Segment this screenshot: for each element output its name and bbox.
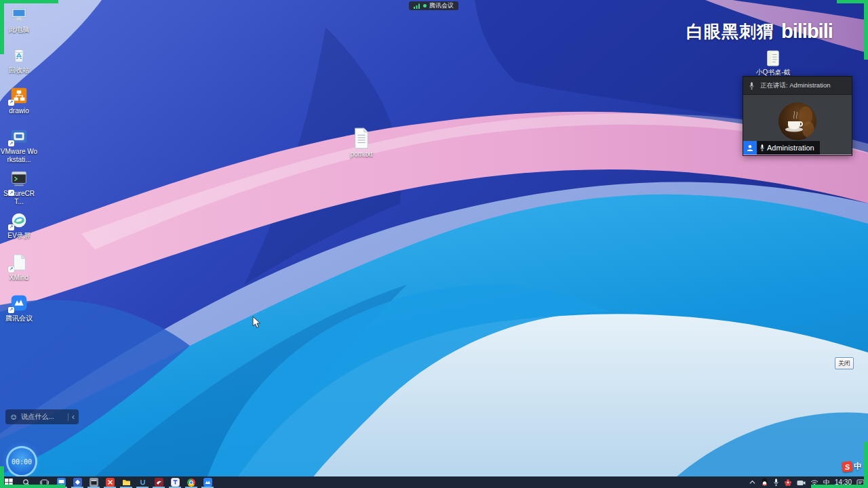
icon-label: 回收站 xyxy=(9,66,29,75)
folder-icon xyxy=(122,478,131,487)
mouse-cursor xyxy=(252,316,262,329)
bilibili-logo: bilibili xyxy=(781,20,833,43)
icon-label: 腾讯会议 xyxy=(5,314,33,323)
icon-label: EV录屏 xyxy=(7,232,30,240)
speaking-label: 正在讲话: Administration xyxy=(760,81,830,90)
desktop-icon-xmind[interactable]: ↗ XMind xyxy=(0,252,38,282)
record-border-top-left-h xyxy=(0,0,58,3)
danmaku-placeholder[interactable]: 说点什么... xyxy=(21,412,54,422)
chrome-icon xyxy=(187,479,195,487)
uploader-name: 白眼黑刺猬 xyxy=(686,20,774,43)
recycle-bin-icon xyxy=(9,45,29,65)
chevron-up-icon[interactable] xyxy=(749,479,756,485)
taskbar-app-vmware[interactable] xyxy=(69,476,85,488)
xmind-icon xyxy=(106,478,115,487)
ime-mode-label[interactable]: 中 xyxy=(854,461,862,472)
emoji-icon[interactable]: ☺ xyxy=(9,413,18,421)
danmaku-input-bar[interactable]: ☺ 说点什么... ‹ xyxy=(5,409,79,424)
text-file-icon xyxy=(353,127,370,149)
record-border-bottom-right-v xyxy=(864,442,868,488)
sogou-ime-indicator[interactable]: S 中 xyxy=(842,461,862,472)
collapse-chevron-icon[interactable]: ‹ xyxy=(72,413,75,422)
u-app-icon xyxy=(138,478,147,487)
desktop-icon-ev-capture[interactable]: ↗ EV录屏 xyxy=(0,210,38,240)
participant-video-tile[interactable]: Administration xyxy=(743,95,852,155)
qq-icon[interactable] xyxy=(761,478,768,487)
this-pc-icon xyxy=(9,4,29,24)
microphone-icon xyxy=(749,81,755,90)
recording-dot-icon xyxy=(423,4,427,7)
file-label: pom.txt xyxy=(351,150,373,159)
taskbar-app-typora[interactable] xyxy=(167,476,183,488)
record-border-top-right-v xyxy=(864,0,868,60)
timer-value: 00:00 xyxy=(12,458,32,466)
sogou-logo-icon[interactable]: S xyxy=(842,461,852,472)
shortcut-arrow-icon: ↗ xyxy=(8,307,14,313)
meeting-pill-label: 腾讯会议 xyxy=(429,1,454,10)
taskbar-app-tencent-meeting[interactable] xyxy=(199,476,216,488)
person-icon xyxy=(745,143,755,152)
desktop-file-pom-txt[interactable]: pom.txt xyxy=(342,127,380,159)
signal-bars-icon xyxy=(414,3,420,9)
taskbar-app-xmind[interactable] xyxy=(102,476,118,488)
divider xyxy=(68,413,68,421)
notepad-icon xyxy=(766,49,781,67)
icon-label: XMind xyxy=(9,274,28,282)
bilibili-watermark: 白眼黑刺猬 bilibili xyxy=(686,20,833,43)
participant-nameplate: Administration xyxy=(743,141,820,155)
taskbar-app-thunder[interactable] xyxy=(151,476,167,488)
tencent-meeting-icon xyxy=(203,478,212,487)
record-border-top-left-v xyxy=(0,0,4,54)
record-border-bottom-right-h xyxy=(811,485,868,488)
desktop-icon-vmware[interactable]: ↗ VMware Workstati... xyxy=(0,126,38,163)
desktop-icon-recycle-bin[interactable]: 回收站 xyxy=(0,45,38,75)
icon-label: 此电脑 xyxy=(9,26,29,34)
securecrt-icon xyxy=(90,478,98,487)
thunder-icon xyxy=(155,478,163,487)
icon-label: drawio xyxy=(9,107,28,115)
shortcut-arrow-icon: ↗ xyxy=(8,190,14,196)
participant-avatar xyxy=(778,102,816,140)
taskbar-app-utools[interactable] xyxy=(134,476,151,488)
close-button[interactable]: 关闭 xyxy=(835,357,854,369)
icon-label: SecureCRT... xyxy=(0,190,38,205)
securecrt-icon xyxy=(9,168,29,188)
meeting-status-pill[interactable]: 腾讯会议 xyxy=(409,1,458,10)
taskbar-app-securecrt[interactable] xyxy=(85,476,102,488)
desktop-icon-securecrt[interactable]: ↗ SecureCRT... xyxy=(0,168,38,205)
taskbar-app-file-explorer[interactable] xyxy=(118,476,134,488)
microphone-icon xyxy=(760,144,765,152)
microphone-tray-icon[interactable] xyxy=(773,478,779,487)
participant-badge xyxy=(743,141,757,155)
flower-tray-icon[interactable] xyxy=(784,479,792,487)
meeting-panel-header[interactable]: 正在讲话: Administration xyxy=(743,77,852,95)
vmware-icon xyxy=(73,478,82,487)
icon-label: VMware Workstati... xyxy=(0,148,38,163)
meeting-float-panel[interactable]: 正在讲话: Administration Administration xyxy=(743,76,852,156)
participant-name: Administration xyxy=(767,144,814,152)
desktop-wallpaper xyxy=(0,0,868,488)
shortcut-arrow-icon: ↗ xyxy=(8,140,14,146)
recorder-timer-button[interactable]: 00:00 xyxy=(6,446,37,477)
taskbar: 中 14:30 xyxy=(0,476,868,488)
shortcut-arrow-icon: ↗ xyxy=(8,100,14,106)
desktop-icon-this-pc[interactable]: 此电脑 xyxy=(0,4,38,34)
record-border-bottom-left-v xyxy=(0,466,4,488)
record-border-bottom-left-h xyxy=(0,485,65,488)
recorder-tray-icon[interactable] xyxy=(797,479,806,486)
shortcut-arrow-icon: ↗ xyxy=(8,266,14,272)
shortcut-arrow-icon: ↗ xyxy=(8,224,14,230)
desktop-icon-tencent-meeting[interactable]: ↗ 腾讯会议 xyxy=(0,293,38,323)
taskbar-app-chrome[interactable] xyxy=(183,476,199,488)
desktop-icon-drawio[interactable]: ↗ drawio xyxy=(0,85,38,115)
typora-icon xyxy=(171,478,180,487)
coffee-avatar-icon xyxy=(778,102,816,140)
